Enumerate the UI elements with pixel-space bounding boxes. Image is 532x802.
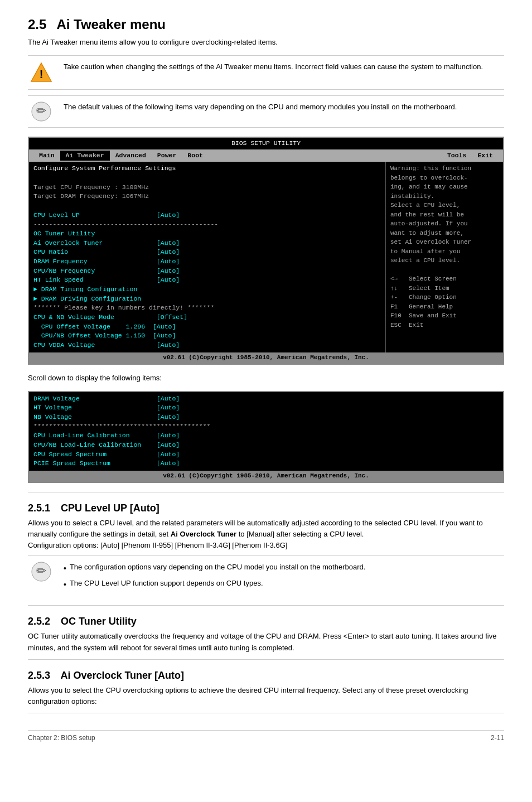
note-text-251-2: The CPU Level UP function support depend…: [70, 578, 263, 589]
section-title: 2.5Ai Tweaker menu: [28, 17, 504, 32]
bios-line-ai-oc[interactable]: Ai Overclock Tuner [Auto]: [33, 239, 381, 248]
bios-nav: Main Ai Tweaker Advanced Power Boot Tool…: [29, 149, 503, 162]
bios-line-2: Target DRAM Frequency: 1067MHz: [33, 192, 381, 201]
bios-line-cpu-nb-offset[interactable]: CPU/NB Offset Voltage 1.150 [Auto]: [33, 331, 381, 341]
bios-screenshot-2: DRAM Voltage [Auto] HT Voltage [Auto] NB…: [28, 391, 504, 483]
bios-line-dram-driving[interactable]: ► DRAM Driving Configuration: [33, 294, 381, 304]
bios-help-text: Warning: this function belongs to overcl…: [390, 164, 499, 330]
page-footer: Chapter 2: BIOS setup 2-11: [28, 730, 504, 742]
bios2-cpu-nb-load-line[interactable]: CPU/NB Load-Line Calibration [Auto]: [33, 441, 499, 450]
subsection-heading-252: OC Tuner Utility: [61, 616, 137, 627]
bios-nav-exit[interactable]: Exit: [472, 151, 499, 161]
bullet-2: •: [64, 579, 66, 591]
bios-right-panel: Warning: this function belongs to overcl…: [386, 162, 503, 352]
page-title: Ai Tweaker menu: [56, 17, 166, 32]
bios-line-cpu-nb-freq[interactable]: CPU/NB Frequency [Auto]: [33, 267, 381, 276]
bios-line-cpu-level[interactable]: CPU Level UP [Auto]: [33, 211, 381, 220]
svg-text:!: !: [40, 68, 43, 80]
subsection-title-253: 2.5.3 Ai Overclock Tuner [Auto]: [28, 670, 504, 682]
note-item-251-2: • The CPU Level UP function support depe…: [64, 578, 504, 591]
bios-line-dram-freq[interactable]: DRAM Frequency [Auto]: [33, 257, 381, 267]
subsection-number-252: 2.5.2: [28, 616, 50, 627]
note-icon-251: ✏: [28, 562, 55, 582]
bios-line-ht-link[interactable]: HT Link Speed [Auto]: [33, 276, 381, 285]
bios-line-1: Target CPU Frequency : 3100MHz: [33, 183, 381, 192]
bios-body: Configure System Performance Settings Ta…: [29, 162, 503, 352]
bullet-1: •: [64, 563, 66, 574]
divider-bottom: [28, 713, 504, 713]
subsection-number-251: 2.5.1: [28, 503, 50, 514]
bios-nav-aitweaker[interactable]: Ai Tweaker: [60, 151, 110, 161]
triangle-warning-icon: !: [30, 61, 52, 84]
footer-left: Chapter 2: BIOS setup: [28, 734, 95, 742]
subsection-title-252: 2.5.2 OC Tuner Utility: [28, 616, 504, 627]
bios-line-key-notice: ******* Please key in numbers directly! …: [33, 303, 381, 313]
svg-text:✏: ✏: [36, 104, 47, 118]
note-list-251: • The configuration options vary dependi…: [64, 562, 504, 594]
bios-footer-1: v02.61 (C)Copyright 1985-2010, American …: [29, 352, 503, 364]
pencil-note-icon: ✏: [31, 102, 51, 122]
bios-left-panel: Configure System Performance Settings Ta…: [29, 162, 386, 352]
subsection-number-253: 2.5.3: [28, 670, 50, 681]
note-text-251-1: The configuration options vary depending…: [70, 562, 365, 573]
bios-line-voltage-mode[interactable]: CPU & NB Voltage Mode [Offset]: [33, 313, 381, 322]
bios2-pcie-spread[interactable]: PCIE Spread Spectrum [Auto]: [33, 459, 499, 468]
warning-icon-col: !: [28, 61, 55, 84]
bios-line-cpu-offset[interactable]: CPU Offset Voltage 1.296 [Auto]: [33, 322, 381, 332]
bios-header: BIOS SETUP UTILITY: [29, 138, 503, 149]
bios2-cpu-spread[interactable]: CPU Spread Spectrum [Auto]: [33, 450, 499, 460]
subsection-body-251: Allows you to select a CPU level, and th…: [28, 518, 504, 551]
bios-line-oc-tuner[interactable]: OC Tuner Utility: [33, 229, 381, 239]
note-box-1: ✏ The default values of the following it…: [28, 95, 504, 128]
bios-line-blank2: [33, 201, 381, 211]
subsection-body-252: OC Tuner utility automatically overclock…: [28, 631, 504, 653]
divider-2: [28, 605, 504, 606]
bios-nav-advanced[interactable]: Advanced: [110, 151, 152, 161]
intro-text: The Ai Tweaker menu items allow you to c…: [28, 38, 504, 46]
divider-1: [28, 492, 504, 492]
subsection-heading-251: CPU Level UP [Auto]: [61, 503, 159, 514]
bios-line-dram-timing[interactable]: ► DRAM Timing Configuration: [33, 285, 381, 294]
divider-3: [28, 659, 504, 660]
note-box-251: ✏ • The configuration options vary depen…: [28, 555, 504, 600]
subsection-heading-253: Ai Overclock Tuner [Auto]: [60, 670, 184, 681]
bios-line-cpu-ratio[interactable]: CPU Ratio [Auto]: [33, 248, 381, 257]
bios2-cpu-load-line[interactable]: CPU Load-Line Calibration [Auto]: [33, 431, 499, 441]
bios2-separator: ****************************************…: [33, 422, 499, 432]
bios-line-blank1: [33, 173, 381, 183]
bios-nav-boot[interactable]: Boot: [182, 151, 209, 161]
bold-phrase-251: Ai Overclock Tuner: [171, 530, 236, 538]
subsection-title-251: 2.5.1 CPU Level UP [Auto]: [28, 503, 504, 514]
bios-left-panel-2: DRAM Voltage [Auto] HT Voltage [Auto] NB…: [29, 392, 503, 471]
bios-footer-2: v02.61 (C)Copyright 1985-2010, American …: [29, 471, 503, 482]
bios-screenshot-1: BIOS SETUP UTILITY Main Ai Tweaker Advan…: [28, 137, 504, 365]
bios-line-divider: ----------------------------------------…: [33, 220, 381, 229]
section-number: 2.5: [28, 17, 46, 32]
scroll-text: Scroll down to display the following ite…: [28, 374, 504, 382]
bios-nav-main[interactable]: Main: [33, 151, 60, 161]
pencil-icon-251: ✏: [31, 562, 51, 582]
warning-box-1: ! Take caution when changing the setting…: [28, 55, 504, 90]
bios-line-cpu-vdda[interactable]: CPU VDDA Voltage [Auto]: [33, 341, 381, 350]
note-text-1: The default values of the following item…: [64, 102, 504, 113]
svg-text:✏: ✏: [36, 564, 47, 578]
bios2-nb-voltage[interactable]: NB Voltage [Auto]: [33, 413, 499, 422]
bios-line-0: Configure System Performance Settings: [33, 164, 381, 173]
bios-nav-tools[interactable]: Tools: [442, 151, 472, 161]
bios2-ht-voltage[interactable]: HT Voltage [Auto]: [33, 403, 499, 413]
note-item-251-1: • The configuration options vary dependi…: [64, 562, 504, 574]
warning-text-1: Take caution when changing the settings …: [64, 61, 504, 73]
bios2-dram-voltage[interactable]: DRAM Voltage [Auto]: [33, 394, 499, 404]
bios-nav-power[interactable]: Power: [152, 151, 182, 161]
footer-right: 2-11: [491, 734, 504, 742]
note-icon-col: ✏: [28, 102, 55, 122]
subsection-body-253: Allows you to select the CPU overclockin…: [28, 685, 504, 707]
